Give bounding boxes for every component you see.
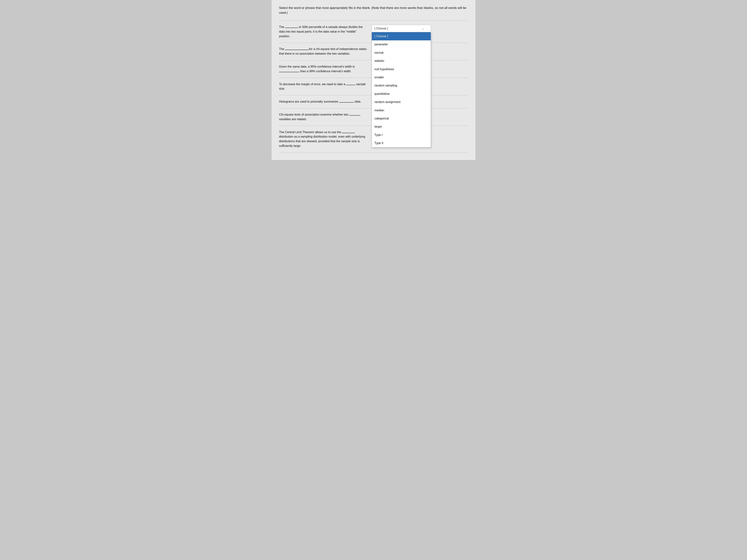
- dropdown-item-choose[interactable]: [ Choose ]: [372, 32, 431, 41]
- question-text-6: Chi-square tests of association examine …: [279, 112, 372, 122]
- blank-q4: [346, 85, 355, 85]
- dropdown-item-random-sampling[interactable]: random sampling: [372, 81, 431, 90]
- dropdown-item-quantitative[interactable]: quantitative: [372, 90, 431, 98]
- question-text-1: The or 50th percentile of a sample alway…: [279, 25, 372, 38]
- question-text-2: The for a chi-square test of independenc…: [279, 47, 372, 56]
- dropdown-item-parameter[interactable]: parameter: [372, 41, 431, 49]
- blank-q5: [339, 102, 354, 103]
- blank-q2: [285, 50, 309, 50]
- dropdown-item-random-assignment[interactable]: random assignment: [372, 98, 431, 106]
- blank-q6: [349, 115, 360, 115]
- page-container: Select the word or phrase that most appr…: [272, 0, 475, 160]
- dropdown-item-larger[interactable]: larger: [372, 123, 431, 131]
- dropdown-selected-label-1: [ Choose ]: [375, 27, 388, 30]
- dropdown-trigger-1[interactable]: [ Choose ] ⌄: [372, 25, 431, 32]
- dropdown-item-normal[interactable]: normal: [372, 49, 431, 57]
- dropdown-item-statistic[interactable]: statistic: [372, 57, 431, 65]
- dropdown-item-null-hypothesis[interactable]: null hypothesis: [372, 65, 431, 73]
- instructions-text: Select the word or phrase that most appr…: [279, 5, 468, 15]
- question-text-4: To decrease the margin of error, we need…: [279, 82, 372, 91]
- question-text-3: Given the same data, a 95% confidence in…: [279, 64, 372, 74]
- blank-q1: [285, 28, 298, 28]
- dropdown-item-categorical[interactable]: categorical: [372, 114, 431, 123]
- blank-q7: [342, 133, 355, 133]
- question-text-7: The Central Limit Theorem allows us to u…: [279, 130, 372, 148]
- questions-section: The or 50th percentile of a sample alway…: [279, 21, 468, 153]
- dropdown-item-smaller[interactable]: smaller: [372, 73, 431, 81]
- dropdown-item-type-i[interactable]: Type I: [372, 131, 431, 139]
- dropdown-item-type-ii[interactable]: Type II: [372, 139, 431, 147]
- dropdown-container-1: [ Choose ] ⌄ [ Choose ] parameter normal…: [372, 25, 431, 32]
- dropdown-item-median[interactable]: median: [372, 106, 431, 114]
- chevron-down-icon-1: ⌄: [422, 27, 424, 30]
- blank-q3: [279, 72, 300, 72]
- question-text-5: Histograms are used to pictorially summa…: [279, 100, 372, 104]
- dropdown-menu-1: [ Choose ] parameter normal statistic nu…: [372, 32, 431, 148]
- question-row-1: The or 50th percentile of a sample alway…: [279, 21, 468, 43]
